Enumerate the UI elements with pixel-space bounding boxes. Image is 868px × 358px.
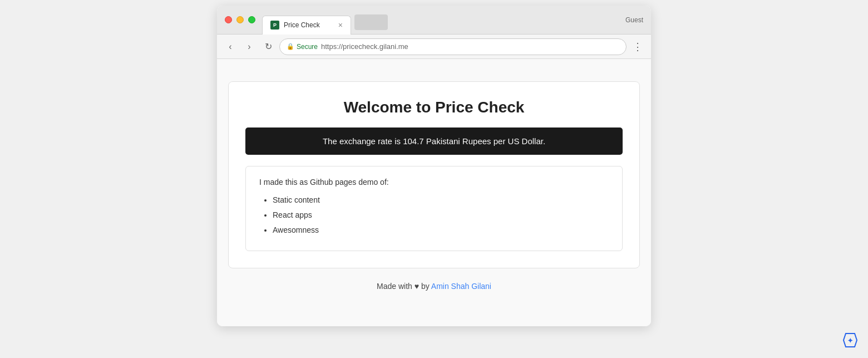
url-display: https://pricecheck.gilani.me [321,42,408,51]
back-button[interactable]: ‹ [223,39,238,55]
browser-window: P Price Check × Guest ‹ › ↻ 🔒 Secure htt… [217,6,651,326]
forward-button[interactable]: › [241,39,257,55]
browser-tab[interactable]: P Price Check × [262,16,351,35]
url-protocol: https:// [321,42,343,51]
new-tab-area [354,14,388,30]
exchange-banner: The exchange rate is 104.7 Pakistani Rup… [245,127,623,155]
page-title: Welcome to Price Check [245,99,623,116]
info-box-intro: I made this as Github pages demo of: [259,178,609,187]
minimize-button[interactable] [236,16,244,23]
browser-titlebar: P Price Check × Guest [217,6,651,35]
footer: Made with ♥ by Amin Shah Gilani [377,282,491,291]
browser-toolbar: ‹ › ↻ 🔒 Secure https://pricecheck.gilani… [217,35,651,59]
guest-label: Guest [625,16,643,24]
close-button[interactable] [225,16,232,23]
traffic-lights [225,16,255,23]
footer-text: Made with ♥ by [377,282,431,291]
tab-favicon: P [270,21,279,30]
main-card: Welcome to Price Check The exchange rate… [228,81,640,268]
tab-area: P Price Check × [262,11,643,30]
address-bar[interactable]: 🔒 Secure https://pricecheck.gilani.me [279,38,627,55]
info-list: Static content React apps Awesomness [259,194,609,236]
list-item: Static content [273,194,609,206]
browser-menu-button[interactable]: ⋮ [630,39,645,55]
secure-label: Secure [297,43,318,51]
bottom-right-icon: ✦ [841,331,859,349]
svg-text:✦: ✦ [847,337,853,345]
tab-close-button[interactable]: × [338,21,343,29]
maximize-button[interactable] [248,16,255,23]
secure-badge: 🔒 Secure [287,43,318,51]
url-host: pricecheck.gilani.me [343,42,408,51]
tab-title: Price Check [284,21,334,29]
lock-icon: 🔒 [287,43,294,50]
footer-link[interactable]: Amin Shah Gilani [431,282,491,291]
reload-button[interactable]: ↻ [260,39,276,55]
list-item: React apps [273,209,609,221]
list-item: Awesomness [273,224,609,236]
info-box: I made this as Github pages demo of: Sta… [245,166,623,251]
browser-content: Welcome to Price Check The exchange rate… [217,59,651,326]
